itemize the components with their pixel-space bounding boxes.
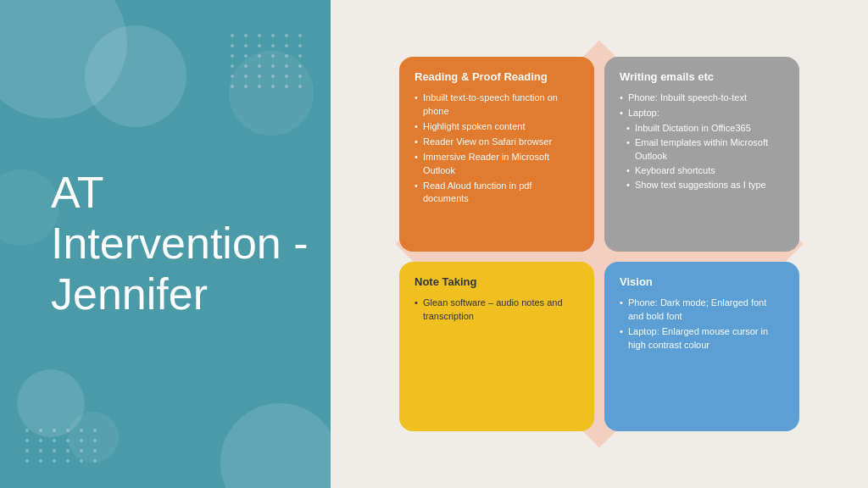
main-content: Reading & Proof Reading Inbuilt text-to-… [331,0,868,488]
card-reading-list: Inbuilt text-to-speech function on phone… [415,92,579,207]
card-reading-title: Reading & Proof Reading [415,70,579,85]
list-item: Laptop: Enlarged mouse cursor in high co… [620,325,784,352]
sidebar: AT Intervention - Jennifer [0,0,331,488]
card-writing-title: Writing emails etc [620,70,784,85]
card-notetaking-title: Note Taking [415,275,579,290]
list-item: Glean software – audio notes and transcr… [415,297,579,324]
card-notetaking: Note Taking Glean software – audio notes… [399,262,594,431]
dot-pattern-bottom [25,429,100,463]
list-item: Phone: Inbuilt speech-to-text [620,92,784,105]
list-item: Highlight spoken content [415,120,579,134]
list-subitem: Show text suggestions as I type [620,179,784,192]
list-item: Reader View on Safari browser [415,136,579,149]
list-item: Immersive Reader in Microsoft Outlook [415,151,579,178]
cards-grid: Reading & Proof Reading Inbuilt text-to-… [399,57,799,431]
list-subitem: Keyboard shortcuts [620,164,784,178]
list-item: Read Aloud function in pdf documents [415,180,579,207]
dot-pattern-top [231,34,305,88]
list-subitem: Inbuilt Dictation in Office365 [620,122,784,136]
card-reading: Reading & Proof Reading Inbuilt text-to-… [399,57,594,252]
card-writing: Writing emails etc Phone: Inbuilt speech… [604,57,799,252]
card-vision-list: Phone: Dark mode; Enlarged font and bold… [620,297,784,352]
sidebar-title: AT Intervention - Jennifer [51,168,331,319]
list-subitem: Email templates within Microsoft Outlook [620,136,784,164]
card-vision: Vision Phone: Dark mode; Enlarged font a… [604,262,799,431]
card-writing-list: Phone: Inbuilt speech-to-text Laptop: In… [620,92,784,192]
deco-circle-2 [85,25,186,127]
deco-circle-6 [220,403,331,488]
list-item: Laptop: [620,107,784,120]
card-vision-title: Vision [620,275,784,290]
card-notetaking-list: Glean software – audio notes and transcr… [415,297,579,324]
list-item: Inbuilt text-to-speech function on phone [415,92,579,119]
list-item: Phone: Dark mode; Enlarged font and bold… [620,297,784,324]
